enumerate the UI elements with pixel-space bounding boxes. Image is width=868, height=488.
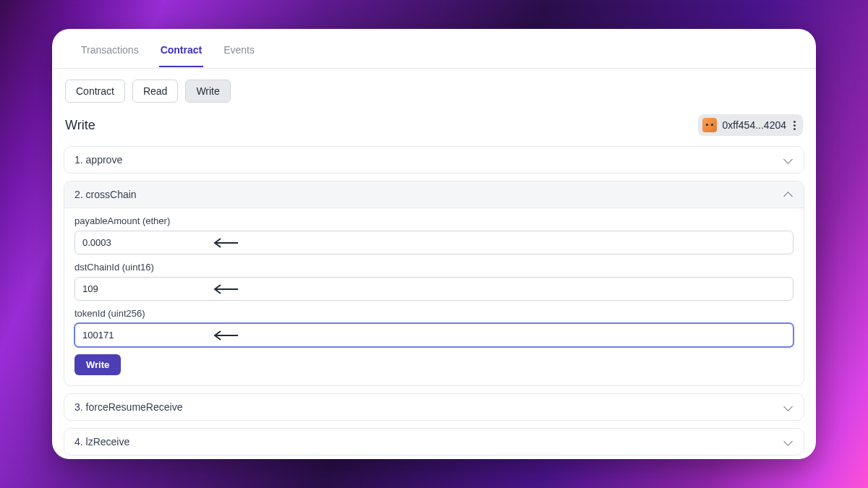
payableamount-input[interactable]: [75, 231, 793, 254]
function-header-lzreceive[interactable]: 4. lzReceive: [64, 429, 804, 455]
field-label-payableamount: payableAmount (ether): [75, 215, 793, 226]
section-header: Write 0xff454...4204: [64, 114, 804, 146]
function-row-lzreceive: 4. lzReceive: [64, 428, 804, 455]
function-label: 3. forceResumeReceive: [75, 401, 182, 413]
body-area: Contract Read Write Write 0xff454...4204: [52, 68, 816, 459]
field-wrap-payableamount: [75, 231, 793, 254]
function-header-crosschain[interactable]: 2. crossChain: [64, 181, 804, 208]
tab-transactions[interactable]: Transactions: [80, 44, 140, 67]
function-body-crosschain: payableAmount (ether) dstChainId (uint16…: [64, 208, 804, 385]
dstchainid-input[interactable]: [75, 277, 793, 301]
subtab-contract[interactable]: Contract: [65, 80, 125, 103]
field-label-dstchainid: dstChainId (uint16): [75, 262, 793, 273]
subtabs: Contract Read Write: [64, 80, 804, 103]
write-button[interactable]: Write: [75, 354, 121, 375]
tab-events[interactable]: Events: [222, 44, 256, 67]
subtab-write[interactable]: Write: [185, 80, 230, 103]
field-wrap-tokenid: [75, 323, 793, 347]
tabs-divider: [52, 68, 816, 69]
chevron-down-icon: [783, 155, 793, 165]
function-row-approve: 1. approve: [64, 146, 804, 174]
chevron-down-icon: [783, 437, 793, 447]
field-wrap-dstchainid: [75, 277, 793, 301]
kebab-menu-icon[interactable]: [792, 119, 797, 132]
wallet-address: 0xff454...4204: [723, 119, 786, 131]
function-row-crosschain: 2. crossChain payableAmount (ether) dstC…: [64, 181, 804, 386]
tokenid-input[interactable]: [75, 323, 793, 347]
wallet-pill[interactable]: 0xff454...4204: [698, 114, 803, 136]
function-label: 1. approve: [75, 154, 122, 166]
function-row-forceresumereceive: 3. forceResumeReceive: [64, 393, 804, 421]
chevron-down-icon: [783, 402, 793, 412]
subtab-read[interactable]: Read: [132, 80, 178, 103]
function-label: 4. lzReceive: [75, 436, 129, 448]
function-label: 2. crossChain: [75, 189, 137, 200]
metamask-icon: [702, 118, 717, 132]
chevron-up-icon: [783, 189, 793, 200]
app-window: Transactions Contract Events Contract Re…: [52, 29, 816, 459]
field-label-tokenid: tokenId (uint256): [75, 308, 793, 319]
tab-contract[interactable]: Contract: [159, 44, 204, 67]
top-tabs: Transactions Contract Events: [52, 29, 816, 68]
function-header-forceresumereceive[interactable]: 3. forceResumeReceive: [64, 394, 804, 420]
function-header-approve[interactable]: 1. approve: [64, 147, 804, 173]
page-title: Write: [65, 118, 95, 133]
